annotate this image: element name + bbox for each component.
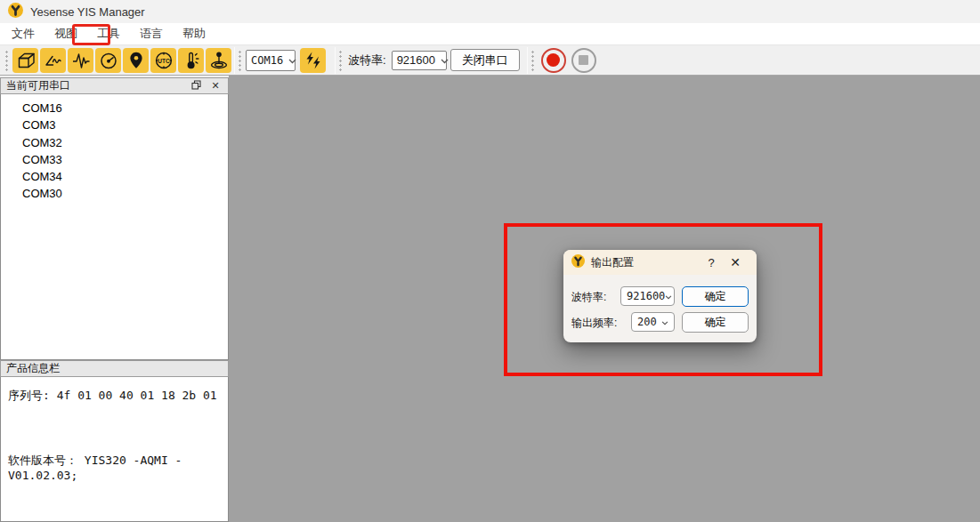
software-version-line: 软件版本号： YIS320 -AQMI -V01.02.03; <box>8 453 221 482</box>
waveform-icon <box>70 50 92 71</box>
dialog-baud-select[interactable]: 921600 <box>620 286 675 306</box>
port-list-item[interactable]: COM32 <box>1 134 228 151</box>
app-logo-icon <box>8 3 23 20</box>
menu-file[interactable]: 文件 <box>2 23 45 44</box>
dialog-close-button[interactable]: ✕ <box>722 255 749 269</box>
product-info-area: 序列号: 4f 01 00 40 01 18 2b 01 软件版本号： YIS3… <box>0 377 229 522</box>
record-icon <box>547 53 560 67</box>
dialog-baud-value: 921600 <box>627 290 665 302</box>
dialog-rate-value: 200 <box>637 316 657 328</box>
dialog-title-bar: 输出配置 ? ✕ <box>563 250 757 275</box>
dialog-rate-ok-button[interactable]: 确定 <box>682 312 749 333</box>
dialog-logo-icon <box>571 254 585 270</box>
cube-3d-icon <box>15 50 36 71</box>
gauge-button[interactable] <box>95 48 121 73</box>
beacon-icon <box>208 50 230 71</box>
ports-panel-header: 当前可用串口 ✕ <box>0 77 229 94</box>
close-panel-button[interactable]: ✕ <box>208 79 223 92</box>
menu-view[interactable]: 视图 <box>45 23 87 44</box>
toolbar-separator <box>335 47 336 74</box>
3d-view-button[interactable] <box>12 48 38 73</box>
chevron-down-icon <box>288 53 296 67</box>
toolbar: UTC COM16 波 <box>0 45 980 76</box>
stop-icon <box>579 55 588 65</box>
left-dock: 当前可用串口 ✕ COM16 COM3 COM32 COM33 COM34 CO… <box>0 76 229 522</box>
menu-tools[interactable]: 工具 <box>87 23 130 44</box>
port-select-value: COM16 <box>251 54 283 67</box>
info-panel-title: 产品信息栏 <box>6 361 60 376</box>
attitude-wave-icon <box>43 50 64 71</box>
baud-rate-select[interactable]: 921600 <box>392 51 447 70</box>
title-bar: Yesense YIS Manager <box>0 0 980 23</box>
port-list-item[interactable]: COM16 <box>1 100 228 116</box>
attitude-button[interactable] <box>40 48 66 73</box>
port-list-item[interactable]: COM3 <box>1 116 228 133</box>
port-list-item[interactable]: COM30 <box>1 185 228 202</box>
port-list: COM16 COM3 COM32 COM33 COM34 COM30 <box>0 94 229 360</box>
port-list-item[interactable]: COM34 <box>1 168 228 185</box>
toolbar-drag-handle[interactable] <box>530 50 535 71</box>
window-title: Yesense YIS Manager <box>30 5 145 19</box>
toolbar-drag-handle[interactable] <box>238 50 242 71</box>
utc-clock-icon: UTC <box>153 50 174 71</box>
dialog-title: 输出配置 <box>591 255 634 270</box>
app-window: Yesense YIS Manager 文件 视图 工具 语言 帮助 <box>0 0 980 522</box>
float-panel-button[interactable] <box>189 79 203 92</box>
output-config-dialog: 输出配置 ? ✕ 波特率: 921600 确定 输出频率: 200 确定 <box>563 250 757 342</box>
chevron-down-icon <box>661 316 668 328</box>
svg-text:UTC: UTC <box>158 57 170 63</box>
toolbar-separator <box>234 47 235 74</box>
baud-rate-value: 921600 <box>397 53 435 67</box>
menu-help[interactable]: 帮助 <box>173 23 215 44</box>
chevron-down-icon <box>665 290 672 302</box>
utc-clock-button[interactable]: UTC <box>150 48 176 73</box>
dialog-rate-label: 输出频率: <box>571 316 617 331</box>
port-select[interactable]: COM16 <box>246 50 296 71</box>
close-icon: ✕ <box>211 80 219 92</box>
port-list-item[interactable]: COM33 <box>1 151 228 168</box>
record-button[interactable] <box>541 48 566 73</box>
serial-number-line: 序列号: 4f 01 00 40 01 18 2b 01 <box>8 388 221 404</box>
location-pin-icon <box>126 50 147 71</box>
toolbar-drag-handle[interactable] <box>338 50 343 71</box>
info-panel-header: 产品信息栏 <box>0 360 229 377</box>
stop-button[interactable] <box>571 48 596 73</box>
dialog-help-button[interactable]: ? <box>701 256 722 269</box>
thermometer-button[interactable] <box>178 48 204 73</box>
dialog-baud-ok-button[interactable]: 确定 <box>682 286 749 307</box>
menu-bar: 文件 视图 工具 语言 帮助 <box>0 23 980 45</box>
waveform-button[interactable] <box>68 48 93 73</box>
refresh-ports-button[interactable] <box>300 48 326 73</box>
menu-language[interactable]: 语言 <box>130 23 173 44</box>
baud-rate-label: 波特率: <box>348 52 386 68</box>
toolbar-separator <box>527 47 528 74</box>
dialog-baud-label: 波特率: <box>571 290 606 305</box>
ports-panel-title: 当前可用串口 <box>6 78 70 93</box>
close-serial-port-button[interactable]: 关闭串口 <box>450 49 520 71</box>
beacon-button[interactable] <box>206 48 231 73</box>
gauge-icon <box>98 50 119 71</box>
location-button[interactable] <box>123 48 149 73</box>
float-window-icon <box>191 80 201 92</box>
toolbar-drag-handle[interactable] <box>4 50 9 71</box>
thermometer-icon <box>181 50 202 71</box>
lightning-refresh-icon <box>303 50 324 71</box>
chevron-down-icon <box>441 53 449 67</box>
dialog-rate-select[interactable]: 200 <box>631 312 675 332</box>
